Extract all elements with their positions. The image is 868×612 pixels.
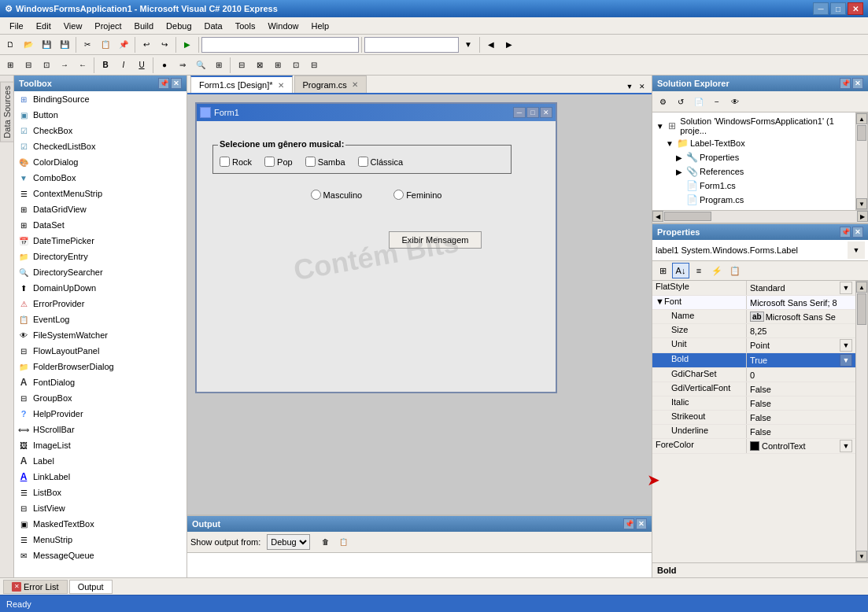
sol-scroll-down[interactable]: ▼ xyxy=(856,198,867,209)
toolbox-close[interactable]: ✕ xyxy=(171,78,182,89)
sol-hscroll-right[interactable]: ▶ xyxy=(857,211,868,222)
menu-debug[interactable]: Debug xyxy=(160,17,198,35)
props-row-strikeout[interactable]: Strikeout False xyxy=(652,411,855,425)
props-object-dropdown[interactable]: ▼ xyxy=(848,241,865,259)
output-clear[interactable]: 🗑 xyxy=(316,533,334,551)
tree-properties[interactable]: ▶ 🔧 Properties xyxy=(652,150,855,164)
tree-project[interactable]: ▼ 📁 Label-TextBox xyxy=(652,136,855,150)
toolbox-item-helpprovider[interactable]: ? HelpProvider xyxy=(14,406,187,422)
menu-help[interactable]: Help xyxy=(305,17,336,35)
props-row-bold[interactable]: Bold True ▼ xyxy=(652,353,855,368)
toolbox-item-domainupdown[interactable]: ⬆ DomainUpDown xyxy=(14,280,187,296)
tb-format[interactable]: ⊞ xyxy=(210,57,227,74)
menu-edit[interactable]: Edit xyxy=(30,17,57,35)
tb-italic[interactable]: I xyxy=(115,57,132,74)
form-minimize[interactable]: ─ xyxy=(513,107,526,118)
toolbox-item-datagridview[interactable]: ⊞ DataGridView xyxy=(14,201,187,217)
toolbox-item-contextmenustrip[interactable]: ☰ ContextMenuStrip xyxy=(14,186,187,201)
menu-file[interactable]: File xyxy=(3,17,30,35)
props-scroll-down[interactable]: ▼ xyxy=(856,551,867,562)
tb-undo[interactable]: ↩ xyxy=(138,36,155,53)
tb-bold[interactable]: B xyxy=(97,57,114,74)
sol-tb-properties[interactable]: ⚙ xyxy=(654,93,671,110)
maximize-button[interactable]: □ xyxy=(830,2,846,15)
function-dropdown[interactable]: getInstance xyxy=(364,37,459,53)
toolbox-item-datetimepicker[interactable]: 📅 DateTimePicker xyxy=(14,233,187,249)
tree-solution[interactable]: ▼ ⊞ Solution 'WindowsFormsApplication1' … xyxy=(652,116,855,136)
tab-form1-close[interactable]: ✕ xyxy=(278,81,284,90)
close-button[interactable]: ✕ xyxy=(848,2,863,15)
tb-step[interactable]: ⇒ xyxy=(174,57,191,74)
sol-tb-showfiles[interactable]: 📄 xyxy=(690,93,707,110)
toolbox-item-checkedlistbox[interactable]: ☑ CheckedListBox xyxy=(14,138,187,154)
prop-dropdown-unit[interactable]: ▼ xyxy=(840,339,852,352)
toolbox-item-colordialog[interactable]: 🎨 ColorDialog xyxy=(14,154,187,170)
sol-tb-refresh[interactable]: ↺ xyxy=(672,93,689,110)
sol-tb-view[interactable]: 👁 xyxy=(726,93,744,110)
tb-underline[interactable]: U xyxy=(133,57,150,74)
tb-align-center[interactable]: ⊟ xyxy=(20,57,37,74)
sol-hscroll-thumb[interactable] xyxy=(664,212,711,221)
tb-align-left[interactable]: ⊞ xyxy=(2,57,19,74)
tab-dropdown[interactable]: ▼ xyxy=(623,80,636,93)
checkbox-pop[interactable]: Pop xyxy=(264,157,293,167)
sol-tb-collapse[interactable]: − xyxy=(708,93,726,110)
toolbox-item-eventlog[interactable]: 📋 EventLog xyxy=(14,312,187,327)
props-row-gdivfont[interactable]: GdiVerticalFont False xyxy=(652,382,855,396)
radio-masculino-input[interactable] xyxy=(311,190,321,200)
tb-align-right[interactable]: ⊡ xyxy=(38,57,55,74)
props-tb-events[interactable]: ⚡ xyxy=(708,263,726,278)
tab-form1-design[interactable]: Form1.cs [Design]* ✕ xyxy=(190,76,293,93)
tb-dropdown-arrow[interactable]: ▼ xyxy=(460,36,477,53)
props-close[interactable]: ✕ xyxy=(852,227,863,238)
toolbox-item-messagequeue[interactable]: ✉ MessageQueue xyxy=(14,547,187,563)
tree-references[interactable]: ▶ 📎 References xyxy=(652,164,855,179)
toolbox-item-label[interactable]: A Label xyxy=(14,453,187,469)
tb-redo[interactable]: ↪ xyxy=(156,36,173,53)
props-tb-categorized[interactable]: ⊞ xyxy=(654,263,671,278)
radio-feminino[interactable]: Feminino xyxy=(393,190,441,200)
props-row-font[interactable]: ▼ Font Microsoft Sans Serif; 8 xyxy=(652,296,855,310)
minimize-button[interactable]: ─ xyxy=(813,2,829,15)
tb-misc5[interactable]: ⊟ xyxy=(305,57,323,74)
props-scrollbar[interactable]: ▲ ▼ xyxy=(855,281,868,562)
form-maximize[interactable]: □ xyxy=(526,107,539,118)
tab-program-close[interactable]: ✕ xyxy=(352,80,358,89)
tb-saveall[interactable]: 💾 xyxy=(56,36,73,53)
checkbox-samba[interactable]: Samba xyxy=(305,157,345,167)
toolbox-item-fontdialog[interactable]: A FontDialog xyxy=(14,374,187,390)
form-close[interactable]: ✕ xyxy=(540,107,552,118)
props-row-underline[interactable]: Underline False xyxy=(652,425,855,439)
props-row-name[interactable]: Name ab Microsoft Sans Se xyxy=(652,310,855,324)
tree-programcs[interactable]: ▶ 📄 Program.cs xyxy=(652,193,855,207)
tb-open[interactable]: 📂 xyxy=(20,36,37,53)
props-row-italic[interactable]: Italic False xyxy=(652,396,855,411)
toolbox-item-checkbox[interactable]: ☑ CheckBox xyxy=(14,123,187,138)
radio-masculino[interactable]: Masculino xyxy=(311,190,363,200)
toolbox-item-menustrip[interactable]: ☰ MenuStrip xyxy=(14,532,187,547)
tb-outdent[interactable]: ← xyxy=(74,57,91,74)
props-row-gdicharset[interactable]: GdiCharSet 0 xyxy=(652,368,855,382)
prop-dropdown-flatstyle[interactable]: ▼ xyxy=(840,282,852,294)
output-close[interactable]: ✕ xyxy=(636,518,647,529)
props-row-forecolor[interactable]: ForeColor ControlText ▼ xyxy=(652,439,855,454)
tb-copy[interactable]: 📋 xyxy=(97,36,114,53)
toolbox-item-directoryentry[interactable]: 📁 DirectoryEntry xyxy=(14,249,187,264)
design-canvas[interactable]: Form1 ─ □ ✕ Contém Bits Selecione um gên… xyxy=(187,94,652,514)
tb-nav-forward[interactable]: ▶ xyxy=(500,36,518,53)
props-pin[interactable]: 📌 xyxy=(840,227,851,238)
tb-save[interactable]: 💾 xyxy=(38,36,55,53)
tb-nav-back[interactable]: ◀ xyxy=(482,36,500,53)
data-sources-tab[interactable]: Data Sources xyxy=(0,82,14,142)
tree-form1cs[interactable]: ▶ 📄 Form1.cs xyxy=(652,179,855,193)
tb-breakpoint[interactable]: ● xyxy=(156,57,173,74)
tb-zoom[interactable]: 🔍 xyxy=(192,57,209,74)
tab-program[interactable]: Program.cs ✕ xyxy=(294,76,367,93)
prop-dropdown-bold[interactable]: ▼ xyxy=(840,354,852,367)
toolbox-item-filesystemwatcher[interactable]: 👁 FileSystemWatcher xyxy=(14,327,187,343)
radio-feminino-input[interactable] xyxy=(393,190,404,200)
output-source-select[interactable]: Debug xyxy=(267,534,310,550)
toolbox-item-hscrollbar[interactable]: ⟺ HScrollBar xyxy=(14,422,187,437)
toolbox-item-button[interactable]: ▣ Button xyxy=(14,107,187,123)
props-scroll-thumb[interactable] xyxy=(857,293,866,325)
